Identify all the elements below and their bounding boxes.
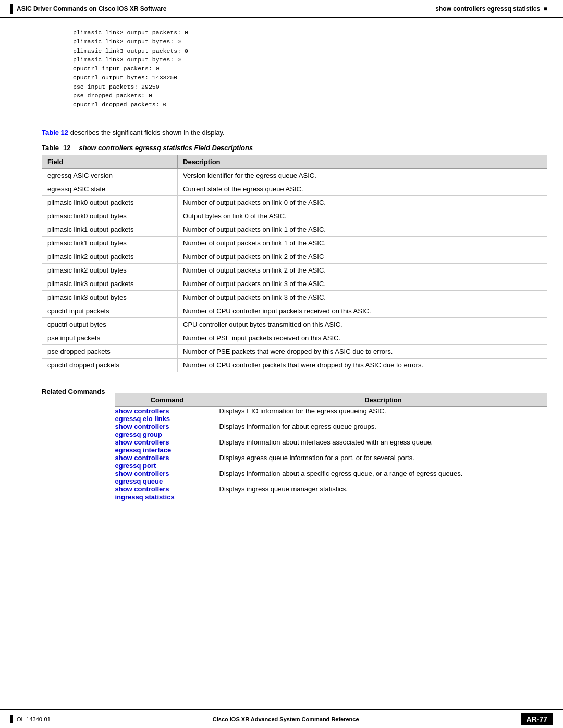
description-cell: Number of output packets on link 1 of th… [178,236,547,250]
footer-page-num: AR-77 [521,713,553,725]
related-description-cell: Displays information about interfaces as… [219,438,547,454]
table-row: plimasic link3 output bytesNumber of out… [42,290,547,304]
field-cell: plimasic link2 output bytes [42,263,178,277]
related-command-link[interactable]: show controllers [115,470,169,477]
related-col-command: Command [115,393,219,406]
field-cell: plimasic link3 output bytes [42,290,178,304]
related-command-link-2[interactable]: egressq interface [115,446,172,454]
field-cell: plimasic link1 output packets [42,223,178,236]
table-row: plimasic link3 output packetsNumber of o… [42,277,547,290]
code-line: cpuctrl input packets: 0 [73,64,547,73]
field-cell: cpuctrl input packets [42,304,178,317]
related-col-description: Description [219,393,547,406]
description-cell: Number of CPU controller packets that we… [178,358,547,372]
related-description-cell: Displays EIO information for the egress … [219,406,547,423]
field-cell: plimasic link0 output packets [42,195,178,209]
table-row: cpuctrl output bytesCPU controller outpu… [42,317,547,331]
description-cell: Number of PSE input packets received on … [178,331,547,344]
code-line: cpuctrl output bytes: 1433250 [73,73,547,82]
related-command-link[interactable]: show controllers [115,485,169,493]
table-row: cpuctrl input packetsNumber of CPU contr… [42,304,547,317]
related-command-link-2[interactable]: egressq queue [115,477,163,485]
table-row: cpuctrl dropped packetsNumber of CPU con… [42,358,547,372]
related-command-cell: show controllersegressq group [115,423,219,438]
header-left: ASIC Driver Commands on Cisco IOS XR Sof… [10,4,166,14]
field-cell: pse input packets [42,331,178,344]
code-line: cpuctrl dropped packets: 0 [73,100,547,109]
description-cell: Number of output packets on link 2 of th… [178,250,547,263]
header-title: ASIC Driver Commands on Cisco IOS XR Sof… [17,5,166,13]
description-cell: Version identifier for the egress queue … [178,168,547,182]
related-row: show controllersegressq groupDisplays in… [115,423,547,438]
table-row: plimasic link2 output packetsNumber of o… [42,250,547,263]
related-command-link-2[interactable]: ingressq statistics [115,493,175,501]
related-command-cell: show controllersingressq statistics [115,485,219,501]
related-description-cell: Displays information for about egress qu… [219,423,547,438]
related-row: show controllersegressq portDisplays egr… [115,454,547,470]
related-command-cell: show controllersegressq queue [115,470,219,485]
table-row: egressq ASIC stateCurrent state of the e… [42,182,547,195]
field-cell: plimasic link2 output packets [42,250,178,263]
field-cell: cpuctrl output bytes [42,317,178,331]
related-command-link-2[interactable]: egressq group [115,430,162,438]
header-bar [10,4,13,14]
description-cell: Number of output packets on link 0 of th… [178,195,547,209]
related-command-link[interactable]: show controllers [115,407,169,415]
field-descriptions-table: Field Description egressq ASIC versionVe… [42,155,547,372]
table-row: egressq ASIC versionVersion identifier f… [42,168,547,182]
page-footer: OL-14340-01 Cisco IOS XR Advanced System… [0,709,563,728]
code-line: pse dropped packets: 0 [73,91,547,100]
footer-bar [10,715,13,723]
related-commands-table: Command Description show controllersegre… [115,393,547,501]
table-intro: Table 12 describes the significant field… [42,129,547,137]
description-cell: Output bytes on link 0 of the ASIC. [178,209,547,223]
related-command-cell: show controllersegressq port [115,454,219,470]
footer-center: Cisco IOS XR Advanced System Command Ref… [213,716,359,722]
table-intro-text: describes the significant fields shown i… [70,129,225,137]
description-cell: Number of output packets on link 3 of th… [178,290,547,304]
footer-doc-id: OL-14340-01 [17,716,51,722]
description-cell: Number of output packets on link 1 of th… [178,223,547,236]
header-right-text: show controllers egressq statistics [435,5,540,13]
description-cell: Number of CPU controller input packets r… [178,304,547,317]
description-cell: Number of output packets on link 3 of th… [178,277,547,290]
code-line: plimasic link3 output bytes: 0 [73,55,547,64]
table-row: pse dropped packetsNumber of PSE packets… [42,344,547,358]
code-block: plimasic link2 output packets: 0plimasic… [42,28,547,118]
field-cell: egressq ASIC state [42,182,178,195]
table-header-field: Field [42,155,178,168]
description-cell: Number of PSE packets that were dropped … [178,344,547,358]
related-row: show controllersegressq eio linksDisplay… [115,406,547,423]
table-header-description: Description [178,155,547,168]
code-line: pse input packets: 29250 [73,82,547,91]
main-content: plimasic link2 output packets: 0plimasic… [0,18,563,511]
related-command-link-2[interactable]: egressq port [115,462,156,470]
related-row: show controllersegressq interfaceDisplay… [115,438,547,454]
related-description-cell: Displays egress queue information for a … [219,454,547,470]
field-cell: egressq ASIC version [42,168,178,182]
table-number: 12 [63,144,70,152]
related-command-link-2[interactable]: egressq eio links [115,415,170,423]
related-commands-outer: Related Commands Command Description sho… [42,388,547,501]
table-label: Table [42,144,59,152]
table-row: plimasic link0 output bytesOutput bytes … [42,209,547,223]
related-command-link[interactable]: show controllers [115,454,169,462]
related-row: show controllersegressq queueDisplays in… [115,470,547,485]
header-right: show controllers egressq statistics ■ [435,5,547,13]
table-row: plimasic link0 output packetsNumber of o… [42,195,547,209]
related-description-cell: Displays ingress queue manager statistic… [219,485,547,501]
related-command-link[interactable]: show controllers [115,438,169,446]
code-line: plimasic link2 output packets: 0 [73,28,547,37]
related-description-cell: Displays information about a specific eg… [219,470,547,485]
related-command-cell: show controllersegressq eio links [115,406,219,423]
description-cell: Number of output packets on link 2 of th… [178,263,547,277]
related-command-link[interactable]: show controllers [115,423,169,430]
field-cell: cpuctrl dropped packets [42,358,178,372]
description-cell: Current state of the egress queue ASIC. [178,182,547,195]
table-caption-text: show controllers egressq statistics Fiel… [79,144,253,152]
table-intro-link[interactable]: Table 12 [42,129,68,137]
description-cell: CPU controller output bytes transmitted … [178,317,547,331]
page-header: ASIC Driver Commands on Cisco IOS XR Sof… [0,0,563,18]
footer-left: OL-14340-01 [10,715,51,723]
table-row: plimasic link1 output bytesNumber of out… [42,236,547,250]
